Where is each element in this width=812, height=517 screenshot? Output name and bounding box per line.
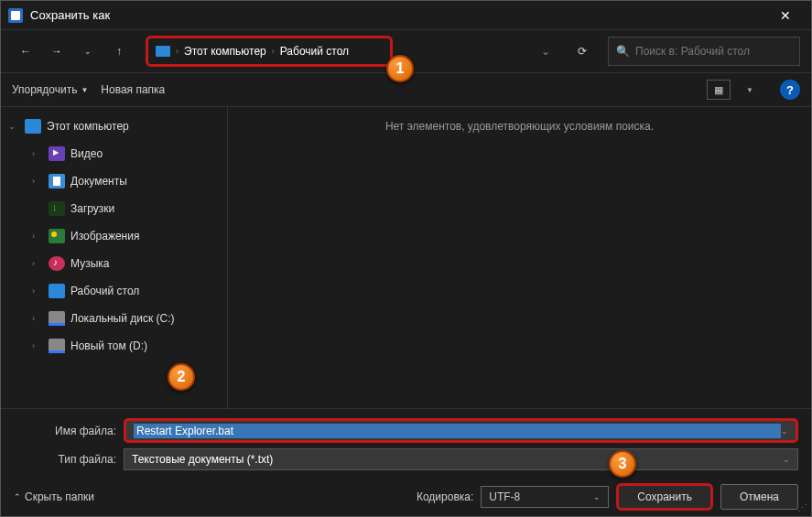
close-button[interactable]: ✕ (767, 1, 804, 30)
path-dropdown-icon[interactable]: ⌄ (535, 45, 557, 58)
view-dropdown-icon[interactable]: ▼ (743, 86, 756, 94)
filetype-select[interactable]: Текстовые документы (*.txt) ⌄ (124, 448, 798, 470)
filename-input[interactable]: Restart Explorer.bat ⌄ (124, 418, 798, 443)
resize-grip-icon[interactable]: ⋰ (797, 502, 807, 514)
expand-icon[interactable]: › (32, 149, 43, 158)
tree-item-downloads[interactable]: Загрузки (1, 195, 227, 222)
app-icon (8, 8, 23, 23)
desktop-icon (49, 284, 65, 298)
file-list-area: Нет элементов, удовлетворяющих условиям … (228, 107, 811, 408)
expand-icon[interactable]: › (32, 259, 43, 268)
expand-icon[interactable]: › (32, 177, 43, 186)
recent-button[interactable]: ⌄ (74, 38, 102, 65)
save-button[interactable]: Сохранить (616, 483, 713, 511)
back-button[interactable]: ← (12, 38, 39, 65)
tree-item-disk-c[interactable]: › Локальный диск (C:) (1, 305, 227, 332)
chevron-down-icon: ⌄ (593, 492, 601, 501)
view-mode-button[interactable]: ▦ (707, 80, 731, 100)
breadcrumb-pc[interactable]: Этот компьютер (184, 45, 266, 58)
filetype-label: Тип файла: (14, 453, 124, 466)
chevron-down-icon[interactable]: ⌄ (783, 455, 790, 464)
new-folder-button[interactable]: Новая папка (101, 83, 165, 96)
tree-item-documents[interactable]: › Документы (1, 167, 227, 195)
encoding-label: Кодировка: (417, 490, 473, 503)
tree-item-desktop[interactable]: › Рабочий стол (1, 277, 227, 305)
cancel-button[interactable]: Отмена (720, 484, 798, 510)
search-placeholder: Поиск в: Рабочий стол (635, 45, 750, 58)
hide-folders-link[interactable]: ⌃ Скрыть папки (14, 490, 94, 503)
disk-icon (49, 311, 65, 326)
disk-icon (49, 339, 65, 353)
expand-icon[interactable]: › (32, 286, 43, 296)
expand-icon[interactable]: › (32, 232, 43, 241)
body-area: ⌄ Этот компьютер › Видео › Документы Заг… (1, 107, 811, 408)
expand-icon[interactable]: › (32, 314, 43, 323)
up-button[interactable]: ↑ (105, 38, 133, 65)
search-icon: 🔍 (616, 45, 630, 58)
search-input[interactable]: 🔍 Поиск в: Рабочий стол (608, 37, 800, 66)
chevron-down-icon: ▼ (81, 86, 88, 94)
music-icon (49, 256, 65, 271)
documents-icon (49, 174, 65, 188)
annotation-2: 2 (168, 363, 195, 391)
tree-item-video[interactable]: › Видео (1, 140, 227, 167)
empty-message: Нет элементов, удовлетворяющих условиям … (241, 120, 798, 133)
encoding-select[interactable]: UTF-8 ⌄ (481, 486, 609, 508)
titlebar: Сохранить как ✕ (1, 1, 811, 30)
chevron-right-icon: › (176, 47, 179, 56)
images-icon (49, 229, 65, 243)
chevron-down-icon[interactable]: ⌄ (781, 426, 788, 436)
view-icon: ▦ (714, 84, 723, 96)
downloads-icon (49, 201, 65, 216)
tree-root-pc[interactable]: ⌄ Этот компьютер (1, 113, 227, 140)
help-button[interactable]: ? (780, 80, 800, 100)
folder-tree: ⌄ Этот компьютер › Видео › Документы Заг… (1, 107, 228, 408)
expand-icon[interactable]: › (32, 341, 43, 350)
filename-label: Имя файла: (14, 425, 124, 437)
tree-item-disk-d[interactable]: › Новый том (D:) (1, 332, 227, 360)
breadcrumb[interactable]: › Этот компьютер › Рабочий стол (146, 36, 393, 67)
forward-button[interactable]: → (43, 38, 70, 65)
annotation-3: 3 (609, 450, 636, 478)
window-title: Сохранить как (30, 8, 767, 22)
video-icon (49, 146, 65, 161)
tree-item-images[interactable]: › Изображения (1, 222, 227, 250)
collapse-icon[interactable]: ⌄ (8, 122, 19, 131)
chevron-up-icon: ⌃ (14, 492, 21, 501)
organize-button[interactable]: Упорядочить ▼ (12, 83, 88, 96)
pc-icon (156, 46, 170, 57)
refresh-button[interactable]: ⟳ (568, 45, 597, 58)
pc-icon (25, 119, 41, 134)
bottom-panel: Имя файла: Restart Explorer.bat ⌄ Тип фа… (1, 408, 811, 516)
breadcrumb-desktop[interactable]: Рабочий стол (280, 45, 349, 58)
annotation-1: 1 (386, 55, 414, 82)
tree-item-music[interactable]: › Музыка (1, 250, 227, 277)
chevron-right-icon: › (272, 47, 275, 56)
